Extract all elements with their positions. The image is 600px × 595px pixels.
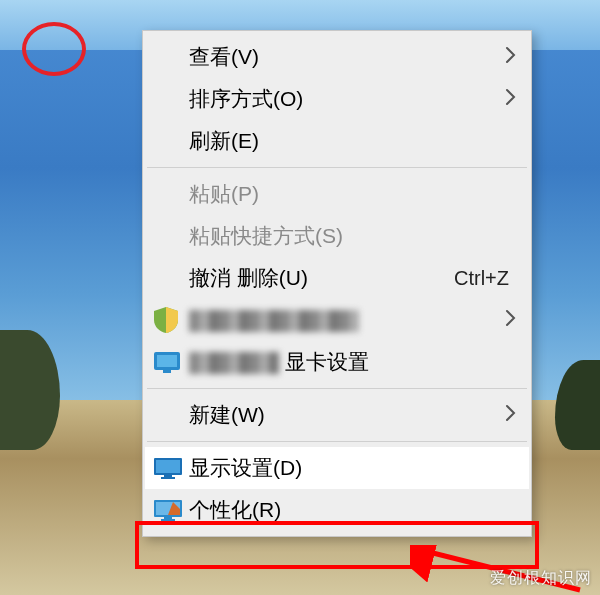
menu-item-view[interactable]: 查看(V)	[145, 36, 529, 78]
menu-label-personalize: 个性化(R)	[189, 496, 517, 524]
chevron-right-icon	[499, 403, 517, 427]
menu-item-refresh[interactable]: 刷新(E)	[145, 120, 529, 162]
annotation-highlight-rect	[135, 521, 539, 569]
icon-slot-empty	[153, 126, 189, 156]
redacted-text	[189, 352, 279, 374]
menu-label-vendor-1	[189, 308, 499, 332]
menu-label-new: 新建(W)	[189, 401, 499, 429]
watermark-text: 爱创根知识网	[490, 568, 592, 589]
menu-label-vendor-2: 显卡设置	[189, 348, 517, 376]
menu-label-display-settings: 显示设置(D)	[189, 454, 517, 482]
menu-separator	[147, 167, 527, 168]
svg-rect-5	[164, 475, 172, 477]
chevron-right-icon	[499, 87, 517, 111]
menu-item-display-settings[interactable]: 显示设置(D)	[145, 447, 529, 489]
menu-item-vendor-2[interactable]: 显卡设置	[145, 341, 529, 383]
menu-label-refresh: 刷新(E)	[189, 127, 517, 155]
svg-rect-1	[157, 355, 177, 367]
menu-label-sort: 排序方式(O)	[189, 85, 499, 113]
icon-slot-empty	[153, 221, 189, 251]
menu-label-paste-shortcut: 粘贴快捷方式(S)	[189, 222, 517, 250]
menu-label-vendor-2-suffix: 显卡设置	[285, 350, 369, 373]
chevron-right-icon	[499, 308, 517, 332]
chevron-right-icon	[499, 45, 517, 69]
desktop-context-menu: 查看(V) 排序方式(O) 刷新(E) 粘贴(P) 粘贴快捷方式(S) 撤消 删…	[142, 30, 532, 537]
annotation-circle	[22, 22, 86, 76]
svg-rect-6	[161, 477, 175, 479]
display-chip-icon	[153, 347, 189, 377]
menu-shortcut-undo: Ctrl+Z	[454, 267, 509, 290]
menu-item-vendor-1[interactable]	[145, 299, 529, 341]
menu-label-paste: 粘贴(P)	[189, 180, 517, 208]
menu-item-sort[interactable]: 排序方式(O)	[145, 78, 529, 120]
menu-label-undo: 撤消 删除(U)	[189, 264, 454, 292]
monitor-icon	[153, 453, 189, 483]
menu-separator	[147, 441, 527, 442]
menu-item-new[interactable]: 新建(W)	[145, 394, 529, 436]
redacted-text	[189, 310, 359, 332]
svg-rect-9	[164, 517, 172, 519]
icon-slot-empty	[153, 84, 189, 114]
menu-item-paste: 粘贴(P)	[145, 173, 529, 215]
menu-item-undo[interactable]: 撤消 删除(U) Ctrl+Z	[145, 257, 529, 299]
svg-rect-2	[163, 370, 171, 373]
icon-slot-empty	[153, 42, 189, 72]
menu-separator	[147, 388, 527, 389]
menu-item-paste-shortcut: 粘贴快捷方式(S)	[145, 215, 529, 257]
svg-rect-4	[156, 460, 180, 473]
icon-slot-empty	[153, 263, 189, 293]
menu-label-view: 查看(V)	[189, 43, 499, 71]
shield-icon	[153, 305, 189, 335]
icon-slot-empty	[153, 400, 189, 430]
icon-slot-empty	[153, 179, 189, 209]
